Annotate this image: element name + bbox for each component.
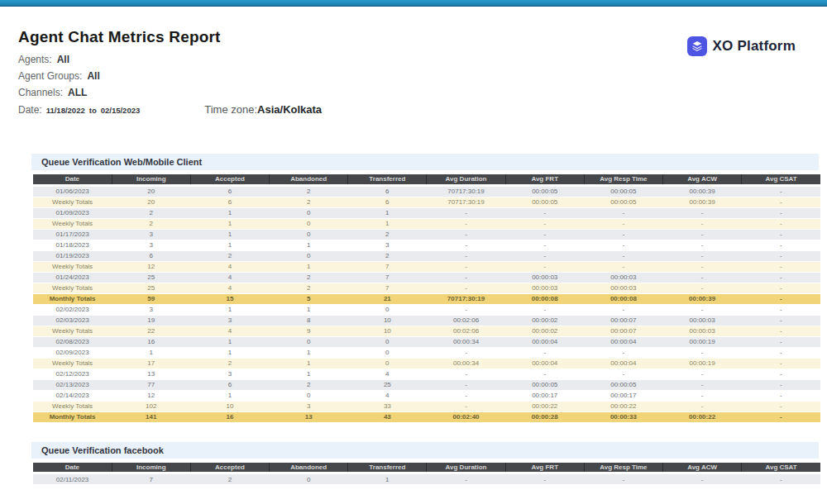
table-cell: - [584,250,662,261]
table-cell: 4 [190,261,269,272]
table-cell: 00:00:03 [663,326,742,336]
table-cell: 00:00:04 [584,358,662,368]
table-cell: - [427,379,505,390]
table-cell: - [742,250,820,261]
table-cell: 6 [348,185,427,197]
table-cell: 02/11/2023 [33,473,112,485]
table-cell: 3 [348,240,427,250]
table-cell: 0 [348,347,427,358]
table-cell: - [663,272,742,283]
queue-section: Queue Verification facebookDateIncomingA… [31,442,819,486]
monthly-totals-row: Monthly Totals14116134300:02:4000:00:280… [33,411,820,422]
table-row: 02/12/202313314----- [33,368,820,379]
table-cell: 12 [112,261,190,272]
table-cell: - [584,261,662,272]
table-cell: 00:00:07 [584,326,662,336]
table-cell: 1 [348,207,427,218]
table-cell: - [427,240,505,250]
table-cell: 00:00:34 [427,358,505,368]
table-cell: 4 [348,390,427,401]
table-cell: 00:00:03 [505,272,584,283]
table-cell: 00:00:08 [505,293,584,304]
table-cell: - [742,240,820,250]
table-cell: 02/14/2023 [33,390,112,401]
table-cell: 00:02:06 [427,326,505,336]
table-cell: 00:00:22 [584,401,662,411]
table-cell: 1 [190,240,269,250]
column-header: Accepted [190,463,269,473]
table-cell: - [663,368,742,379]
table-cell: 102 [112,401,190,411]
table-row: 02/09/20231110----- [33,347,820,358]
table-cell: - [505,229,584,240]
table-cell: 2 [270,283,348,293]
table-cell: - [505,304,584,315]
table-cell: 00:00:02 [505,315,584,326]
table-cell: 00:02:40 [427,411,505,422]
table-cell: 3 [112,240,190,250]
table-cell: - [663,401,742,411]
table-cell: Weekly Totals [33,218,112,229]
table-cell: Weekly Totals [33,326,112,336]
table-cell: 1 [190,304,269,315]
table-cell: 43 [348,411,427,422]
header-row: DateIncomingAcceptedAbandonedTransferred… [33,463,820,473]
table-row: 01/19/20236202----- [33,250,820,261]
table-cell: 25 [348,379,427,390]
table-cell: - [584,240,662,250]
table-row: 01/06/20232062670717:30:1900:00:0500:00:… [33,185,820,197]
table-cell: - [663,379,742,390]
table-cell: 00:00:05 [505,379,584,390]
timezone-value: Asia/Kolkata [257,103,322,116]
table-cell: - [742,336,820,347]
table-cell: 9 [270,326,348,336]
table-cell: 33 [348,401,427,411]
table-cell: - [742,326,820,336]
table-cell: 2 [190,358,269,368]
table-cell: 02/08/2023 [33,336,112,347]
report-meta: Agents:All Agent Groups:All Channels:ALL… [18,54,796,116]
table-cell: 00:00:07 [584,315,662,326]
table-cell: 3 [270,401,348,411]
table-cell: Weekly Totals [33,358,112,368]
table-cell: 02/13/2023 [33,379,112,390]
table-cell: 00:00:39 [663,197,742,207]
table-cell: - [505,368,584,379]
column-header: Avg Resp Time [584,174,662,185]
table-cell: 01/17/2023 [33,229,112,240]
table-cell: 00:00:03 [584,283,662,293]
table-cell: - [742,261,820,272]
table-row: 02/14/202312104-00:00:1700:00:17-- [33,390,820,401]
table-cell: 10 [190,401,269,411]
table-cell: 10 [348,315,427,326]
agent-groups-line: Agent Groups:All [18,70,796,82]
table-cell: 00:00:05 [584,185,662,197]
date-to: 02/15/2023 [101,106,141,115]
table-cell: - [742,304,820,315]
table-cell: 0 [270,390,348,401]
table-row: 02/03/202319381000:02:0600:00:0200:00:07… [33,315,820,326]
table-cell: 1 [190,218,269,229]
table-cell: - [742,229,820,240]
table-cell: - [584,207,662,218]
table-cell: 00:00:04 [505,336,584,347]
table-cell: 3 [190,368,269,379]
agents-line: Agents:All [18,54,796,65]
page-title: Agent Chat Metrics Report [18,28,796,46]
table-cell: 00:00:17 [505,390,584,401]
xo-platform-logo: XO Platform [687,36,796,56]
table-cell: - [742,315,820,326]
metrics-table: DateIncomingAcceptedAbandonedTransferred… [33,174,820,423]
column-header: Avg ACW [663,463,742,473]
table-cell: - [505,473,584,485]
table-cell: 1 [270,368,348,379]
date-from: 11/18/2022 [46,106,85,115]
table-cell: Monthly Totals [33,411,112,422]
table-cell: 22 [112,326,190,336]
table-cell: 1 [270,240,348,250]
table-cell: 01/19/2023 [33,250,112,261]
table-cell: 7 [348,272,427,283]
table-cell: - [742,473,820,485]
table-cell: - [584,347,662,358]
table-cell: - [663,261,742,272]
